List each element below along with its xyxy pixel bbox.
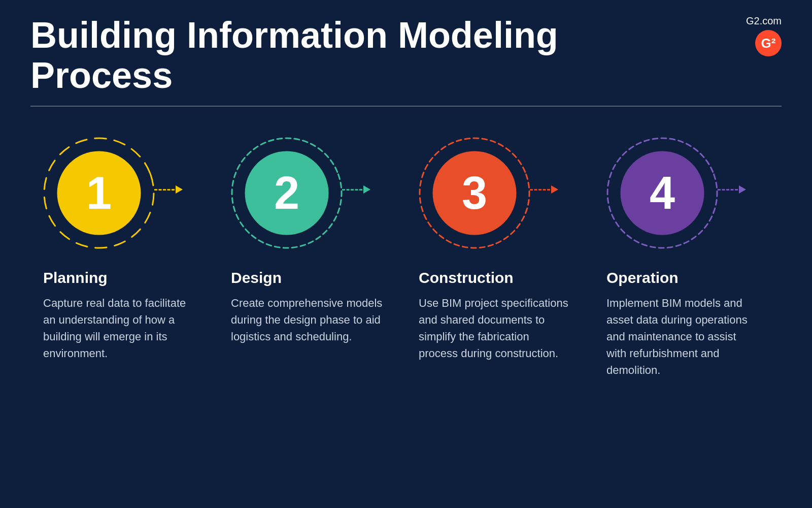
- step-number-2: 2: [245, 151, 329, 235]
- dashed-line-1: [154, 189, 175, 190]
- arrow-1: [154, 185, 183, 194]
- step-number-1: 1: [57, 151, 141, 235]
- circle-wrapper-4: 4: [606, 137, 718, 249]
- page-title: Building Information Modeling Process: [30, 15, 690, 96]
- step-desc-design: Create comprehensive models during the d…: [231, 295, 383, 345]
- arrow-head-1: [176, 185, 183, 194]
- arrow-2: [342, 185, 370, 194]
- arrow-head-2: [363, 185, 370, 194]
- circle-wrapper-1: 1: [43, 137, 155, 249]
- dashed-line-2: [342, 189, 362, 190]
- circle-wrapper-2: 2: [231, 137, 343, 249]
- arrow-3: [530, 185, 558, 194]
- step-desc-operation: Implement BIM models and asset data duri…: [606, 295, 759, 378]
- g2-badge: G2.com G²: [721, 15, 782, 56]
- step-number-4: 4: [621, 151, 704, 235]
- dashed-line-4: [718, 189, 738, 190]
- step-title-planning: Planning: [43, 269, 108, 287]
- g2-text: G2.com: [746, 15, 782, 27]
- step-title-construction: Construction: [419, 269, 514, 287]
- arrow-head-3: [551, 185, 558, 194]
- header: Building Information Modeling Process G2…: [0, 0, 812, 96]
- g2-logo-icon: G²: [755, 30, 782, 56]
- step-planning: 1 Planning Capture real data to facilita…: [43, 137, 206, 362]
- step-title-operation: Operation: [606, 269, 679, 287]
- step-design: 2 Design Create comprehensive models dur…: [231, 137, 393, 345]
- step-operation: 4 Operation Implement BIM models and ass…: [606, 137, 769, 378]
- step-construction: 3 Construction Use BIM project specifica…: [419, 137, 581, 362]
- step-desc-construction: Use BIM project specifications and share…: [419, 295, 571, 362]
- arrow-head-4: [739, 185, 746, 194]
- process-section: 1 Planning Capture real data to facilita…: [0, 107, 812, 378]
- circle-wrapper-3: 3: [419, 137, 530, 249]
- step-number-3: 3: [433, 151, 517, 235]
- dashed-line-3: [530, 189, 550, 190]
- step-title-design: Design: [231, 269, 282, 287]
- arrow-4: [718, 185, 746, 194]
- step-desc-planning: Capture real data to facilitate an under…: [43, 295, 195, 362]
